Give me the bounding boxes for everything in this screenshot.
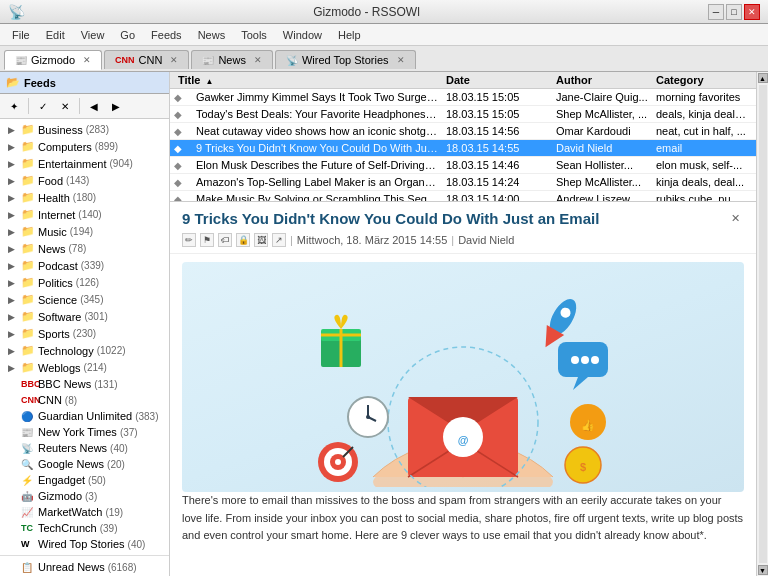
- sidebar-item-science[interactable]: ▶ 📁 Science (345): [0, 291, 169, 308]
- article-row[interactable]: ◆ Make Music By Solving or Scrambling Th…: [170, 191, 756, 202]
- item-label: Guardian Unlimited: [38, 410, 132, 422]
- article-row[interactable]: ◆ Gawker Jimmy Kimmel Says It Took Two S…: [170, 89, 756, 106]
- menu-help[interactable]: Help: [330, 27, 369, 43]
- article-author: Shep McAllister, ...: [552, 108, 652, 120]
- sidebar-item-bbc[interactable]: BBC BBC News (131): [0, 376, 169, 392]
- sidebar-item-guardian[interactable]: 🔵 Guardian Unlimited (383): [0, 408, 169, 424]
- sidebar-item-food[interactable]: ▶ 📁 Food (143): [0, 172, 169, 189]
- menu-view[interactable]: View: [73, 27, 113, 43]
- email-illustration: @: [182, 262, 744, 492]
- article-close-button[interactable]: ✕: [727, 210, 744, 227]
- article-row[interactable]: ◆ Elon Musk Describes the Future of Self…: [170, 157, 756, 174]
- toolbar-forward-btn[interactable]: ▶: [106, 96, 126, 116]
- sidebar-item-wired[interactable]: W Wired Top Stories (40): [0, 536, 169, 552]
- maximize-button[interactable]: □: [726, 4, 742, 20]
- col-author-header[interactable]: Author: [552, 74, 652, 86]
- flag-icon[interactable]: ⚑: [200, 233, 214, 247]
- tag-icon[interactable]: 🏷: [218, 233, 232, 247]
- item-label: BBC News: [38, 378, 91, 390]
- sep2: [79, 98, 80, 114]
- share-icon[interactable]: ↗: [272, 233, 286, 247]
- lock-icon[interactable]: 🔒: [236, 233, 250, 247]
- item-label: Podcast: [38, 260, 78, 272]
- menu-file[interactable]: File: [4, 27, 38, 43]
- item-count: (194): [70, 226, 93, 237]
- sidebar-item-weblogs[interactable]: ▶ 📁 Weblogs (214): [0, 359, 169, 376]
- menu-feeds[interactable]: Feeds: [143, 27, 190, 43]
- sidebar-item-techcrunch[interactable]: TC TechCrunch (39): [0, 520, 169, 536]
- folder-icon: 📁: [21, 157, 35, 170]
- scroll-down[interactable]: ▼: [758, 565, 768, 575]
- sidebar-item-google[interactable]: 🔍 Google News (20): [0, 456, 169, 472]
- close-button[interactable]: ✕: [744, 4, 760, 20]
- article-row[interactable]: ◆ Today's Best Deals: Your Favorite Head…: [170, 106, 756, 123]
- svg-text:👍: 👍: [581, 418, 595, 432]
- main-layout: 📂 Feeds ✦ ✓ ✕ ◀ ▶ ▶ 📁 Business (283) ▶ 📁…: [0, 72, 768, 576]
- sidebar-item-news[interactable]: ▶ 📁 News (78): [0, 240, 169, 257]
- sidebar-item-business[interactable]: ▶ 📁 Business (283): [0, 121, 169, 138]
- window-controls: ─ □ ✕: [708, 4, 760, 20]
- sidebar-item-unread[interactable]: 📋 Unread News (6168): [0, 559, 169, 575]
- sep1: [28, 98, 29, 114]
- article-row[interactable]: ◆ Neat cutaway video shows how an iconic…: [170, 123, 756, 140]
- sidebar-item-politics[interactable]: ▶ 📁 Politics (126): [0, 274, 169, 291]
- sidebar-item-health[interactable]: ▶ 📁 Health (180): [0, 189, 169, 206]
- menu-go[interactable]: Go: [112, 27, 143, 43]
- col-title-header[interactable]: Title ▲: [174, 74, 442, 86]
- folder-icon: 📁: [21, 208, 35, 221]
- article-row-selected[interactable]: ◆ 9 Tricks You Didn't Know You Could Do …: [170, 140, 756, 157]
- tab-gizmodo[interactable]: 📰 Gizmodo ✕: [4, 50, 102, 70]
- sidebar-item-cnn[interactable]: CNN CNN (8): [0, 392, 169, 408]
- item-label: News: [38, 243, 66, 255]
- menu-tools[interactable]: Tools: [233, 27, 275, 43]
- item-count: (40): [110, 443, 128, 454]
- item-label: CNN: [38, 394, 62, 406]
- col-category-header[interactable]: Category: [652, 74, 752, 86]
- item-label: Sports: [38, 328, 70, 340]
- tab-news-close[interactable]: ✕: [254, 55, 262, 65]
- sidebar-item-engadget[interactable]: ⚡ Engadget (50): [0, 472, 169, 488]
- sidebar-item-internet[interactable]: ▶ 📁 Internet (140): [0, 206, 169, 223]
- toolbar-delete-btn[interactable]: ✕: [55, 96, 75, 116]
- article-date: 18.03.15 14:46: [442, 159, 552, 171]
- tab-wired-close[interactable]: ✕: [397, 55, 405, 65]
- item-count: (143): [66, 175, 89, 186]
- folder-icon: 📁: [21, 310, 35, 323]
- article-row[interactable]: ◆ Amazon's Top-Selling Label Maker is an…: [170, 174, 756, 191]
- toolbar-back-btn[interactable]: ◀: [84, 96, 104, 116]
- sidebar-item-reuters[interactable]: 📡 Reuters News (40): [0, 440, 169, 456]
- edit-icon[interactable]: ✏: [182, 233, 196, 247]
- tab-wired[interactable]: 📡 Wired Top Stories ✕: [275, 50, 416, 69]
- sidebar-item-podcast[interactable]: ▶ 📁 Podcast (339): [0, 257, 169, 274]
- sidebar-item-technology[interactable]: ▶ 📁 Technology (1022): [0, 342, 169, 359]
- sidebar-item-sports[interactable]: ▶ 📁 Sports (230): [0, 325, 169, 342]
- item-count: (904): [109, 158, 132, 169]
- image-icon[interactable]: 🖼: [254, 233, 268, 247]
- sidebar-item-marketwatch[interactable]: 📈 MarketWatch (19): [0, 504, 169, 520]
- minimize-button[interactable]: ─: [708, 4, 724, 20]
- col-date-header[interactable]: Date: [442, 74, 552, 86]
- folder-icon: 📁: [21, 140, 35, 153]
- article-icon: ◆: [174, 126, 188, 137]
- toolbar-mark-btn[interactable]: ✓: [33, 96, 53, 116]
- article-category: kinja deals, deal...: [652, 176, 752, 188]
- expand-icon: ▶: [8, 244, 18, 254]
- tab-cnn-close[interactable]: ✕: [170, 55, 178, 65]
- sidebar-item-computers[interactable]: ▶ 📁 Computers (899): [0, 138, 169, 155]
- toolbar-new-btn[interactable]: ✦: [4, 96, 24, 116]
- scroll-up[interactable]: ▲: [758, 73, 768, 83]
- sidebar-item-entertainment[interactable]: ▶ 📁 Entertainment (904): [0, 155, 169, 172]
- tab-news[interactable]: 📰 News ✕: [191, 50, 273, 69]
- tab-cnn[interactable]: CNN CNN ✕: [104, 50, 189, 69]
- sidebar-item-music[interactable]: ▶ 📁 Music (194): [0, 223, 169, 240]
- tab-gizmodo-close[interactable]: ✕: [83, 55, 91, 65]
- sidebar-item-gizmodo[interactable]: 🤖 Gizmodo (3): [0, 488, 169, 504]
- article-author: David Nield: [552, 142, 652, 154]
- menu-edit[interactable]: Edit: [38, 27, 73, 43]
- sidebar-item-nytimes[interactable]: 📰 New York Times (37): [0, 424, 169, 440]
- menu-window[interactable]: Window: [275, 27, 330, 43]
- sidebar-item-software[interactable]: ▶ 📁 Software (301): [0, 308, 169, 325]
- expand-icon: ▶: [8, 125, 18, 135]
- main-scrollbar[interactable]: ▲ ▼: [756, 72, 768, 576]
- menu-news[interactable]: News: [190, 27, 234, 43]
